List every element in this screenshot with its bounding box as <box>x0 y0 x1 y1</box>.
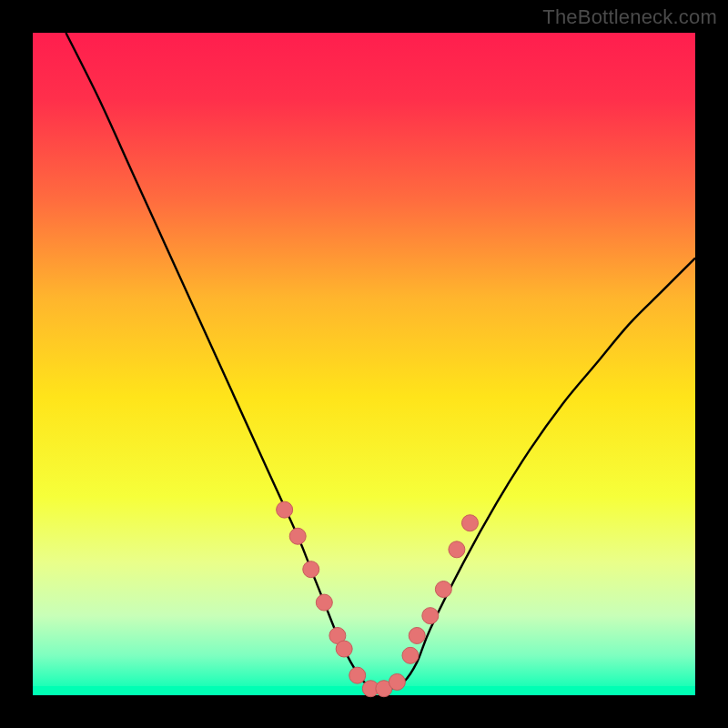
curve-marker <box>349 667 366 683</box>
bottleneck-chart <box>0 0 728 728</box>
curve-marker <box>402 647 419 663</box>
curve-marker <box>422 608 439 624</box>
curve-marker <box>389 673 405 690</box>
curve-marker <box>435 581 451 598</box>
curve-marker <box>409 627 425 643</box>
curve-marker <box>289 528 306 544</box>
curve-marker <box>449 541 465 558</box>
curve-marker <box>277 501 293 518</box>
chart-frame: TheBottleneck.com <box>0 0 728 728</box>
curve-marker <box>303 561 319 578</box>
curve-marker <box>461 515 478 531</box>
curve-marker <box>316 594 332 611</box>
curve-marker <box>336 641 352 657</box>
